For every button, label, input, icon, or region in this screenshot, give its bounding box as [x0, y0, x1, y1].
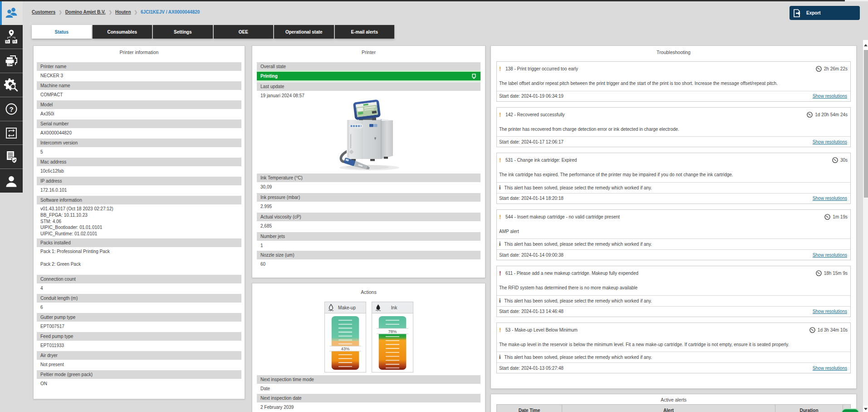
- svg-text:43%: 43%: [341, 346, 350, 351]
- svg-text:78%: 78%: [388, 329, 397, 334]
- svg-text:?: ?: [9, 105, 13, 113]
